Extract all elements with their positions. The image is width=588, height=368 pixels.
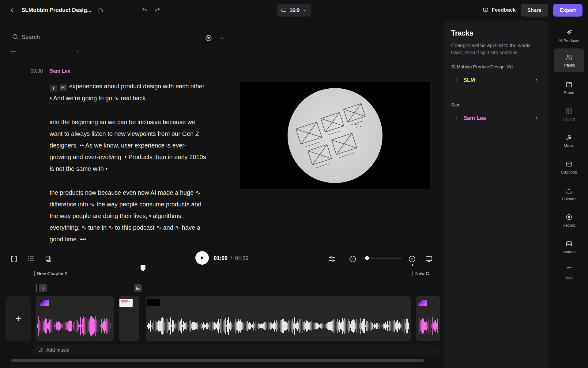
- timestamp: 00:00: [24, 68, 43, 74]
- plus-circle-icon: [408, 255, 416, 263]
- sidebar-item-record[interactable]: Record: [554, 209, 584, 232]
- add-music-label: Add music: [46, 347, 69, 353]
- sidebar-item-text[interactable]: Text: [554, 261, 584, 285]
- chapter-marker[interactable]: New C...: [413, 270, 440, 277]
- filter-button[interactable]: [203, 33, 214, 43]
- scene-chip[interactable]: [59, 84, 67, 91]
- divider: [451, 94, 541, 94]
- track-row-sam-lee[interactable]: Sam Lee: [451, 110, 541, 126]
- track-manager-button[interactable]: [326, 254, 337, 264]
- tracks-flow-icon: [328, 255, 336, 263]
- aspect-ratio-value: 16:9: [289, 7, 300, 13]
- project-title[interactable]: SLMobbin Product Desig...: [21, 7, 92, 13]
- scene-layer-chip[interactable]: [134, 284, 142, 292]
- audio-clip[interactable]: [36, 296, 114, 341]
- transcript-paragraph[interactable]: into the beginning so we can be inclusiv…: [50, 116, 206, 174]
- sidebar-item-brand[interactable]: Brand: [554, 76, 584, 100]
- frame-icon: [281, 7, 287, 13]
- captions-icon: [565, 160, 573, 168]
- upload-icon: [565, 187, 573, 194]
- sidebar-item-uploads[interactable]: Uploads: [554, 182, 584, 206]
- text-icon: [565, 266, 573, 274]
- playhead-line[interactable]: [143, 272, 143, 356]
- slide-clip[interactable]: [119, 296, 139, 341]
- audio-clip[interactable]: [416, 296, 440, 341]
- back-button[interactable]: [8, 6, 17, 15]
- top-bar: SLMobbin Product Desig... 16:9 ?: [0, 0, 588, 20]
- minus-circle-icon: [349, 255, 357, 263]
- zoom-slider-knob[interactable]: [365, 256, 369, 260]
- feedback-bubble-icon: ?: [482, 7, 489, 13]
- more-options-button[interactable]: [219, 33, 229, 43]
- zoom-out-button[interactable]: [347, 254, 358, 264]
- panel-description: Changes will be applied to the whole tra…: [451, 42, 541, 56]
- speaker-label[interactable]: Sam Lee: [50, 68, 70, 74]
- chevron-right-icon: [534, 78, 539, 83]
- chapter-label: New C...: [415, 271, 433, 276]
- playhead-handle[interactable]: [141, 265, 145, 270]
- waveform-pink: [418, 313, 439, 339]
- list-icon: [27, 255, 35, 263]
- transcript-paragraph[interactable]: the products now because even now AI mad…: [50, 187, 206, 245]
- text-layer-chip[interactable]: T: [39, 284, 47, 292]
- sidebar-item-layout: Layout: [554, 102, 584, 126]
- chapter-marker[interactable]: New Chapter 2: [34, 270, 67, 277]
- total-time: 04:39: [235, 255, 248, 261]
- zoom-indicator-dot: [412, 264, 413, 266]
- music-note-icon: [38, 348, 43, 353]
- sidebar-item-captions[interactable]: Captions: [554, 155, 584, 179]
- chapter-bar-icon: [413, 271, 413, 276]
- sidebar-item-images[interactable]: Images: [554, 235, 584, 259]
- drag-handle-icon[interactable]: [453, 115, 459, 121]
- people-icon: [565, 53, 573, 61]
- tools-sidebar: AI Producer Tracks Brand Layout Music Ca…: [550, 20, 588, 368]
- waveform-pink: [37, 313, 112, 339]
- video-preview[interactable]: [240, 82, 430, 189]
- cloud-sync-icon: [96, 6, 105, 15]
- svg-text:?: ?: [485, 8, 486, 11]
- split-clip-button[interactable]: [43, 254, 54, 264]
- drag-handle-icon[interactable]: [453, 77, 459, 83]
- sidebar-item-tracks[interactable]: Tracks: [554, 48, 584, 72]
- add-clip-button[interactable]: +: [6, 296, 31, 341]
- record-icon: [565, 213, 573, 221]
- track-name: Sam Lee: [463, 115, 530, 121]
- transcript-paragraph[interactable]: T experiences about product design with …: [50, 80, 206, 104]
- paragraph-dot: [77, 51, 78, 52]
- paragraph-text: experiences about product design with ea…: [50, 83, 206, 102]
- fit-timeline-button[interactable]: [9, 254, 19, 264]
- redo-icon: [154, 7, 161, 13]
- panel-title: Tracks: [451, 29, 541, 37]
- zoom-slider[interactable]: [361, 258, 402, 259]
- sidebar-item-music[interactable]: Music: [554, 129, 584, 153]
- aspect-ratio-selector[interactable]: 16:9: [277, 4, 311, 17]
- sidebar-item-ai-producer[interactable]: AI Producer: [554, 24, 584, 48]
- redo-button[interactable]: [153, 6, 162, 15]
- play-button[interactable]: [195, 251, 209, 265]
- clapperboard-icon: [565, 81, 573, 88]
- chevron-down-icon: [303, 8, 307, 13]
- clip-list-button[interactable]: [26, 254, 36, 264]
- duplicate-icon: [44, 255, 52, 263]
- text-layer-chip[interactable]: T: [50, 85, 57, 92]
- undo-button[interactable]: [140, 6, 149, 15]
- chapter-label: New Chapter 2: [37, 271, 67, 276]
- search-input[interactable]: [21, 32, 150, 42]
- export-button[interactable]: Export: [553, 4, 582, 17]
- transcript-header: 00:00 Sam Lee: [24, 68, 70, 74]
- horizontal-scrollbar[interactable]: [11, 359, 424, 362]
- clip-thumbnail: [147, 299, 160, 306]
- zoom-in-button[interactable]: [407, 254, 417, 264]
- tracks-panel: Tracks Changes will be applied to the wh…: [444, 21, 548, 368]
- share-button[interactable]: Share: [521, 4, 548, 17]
- add-music-button[interactable]: Add music: [34, 345, 440, 355]
- fullscreen-preview-button[interactable]: [424, 254, 434, 264]
- collapse-handle-icon[interactable]: [10, 52, 16, 55]
- audio-clip[interactable]: [146, 296, 411, 341]
- time-separator: /: [231, 255, 232, 261]
- ellipsis-icon: [220, 34, 228, 42]
- time-display: 01:09 / 04:39: [214, 255, 248, 262]
- track-row-slm[interactable]: SLM: [451, 72, 541, 88]
- feedback-button[interactable]: ? Feedback: [482, 7, 515, 13]
- layout-icon: [565, 107, 573, 115]
